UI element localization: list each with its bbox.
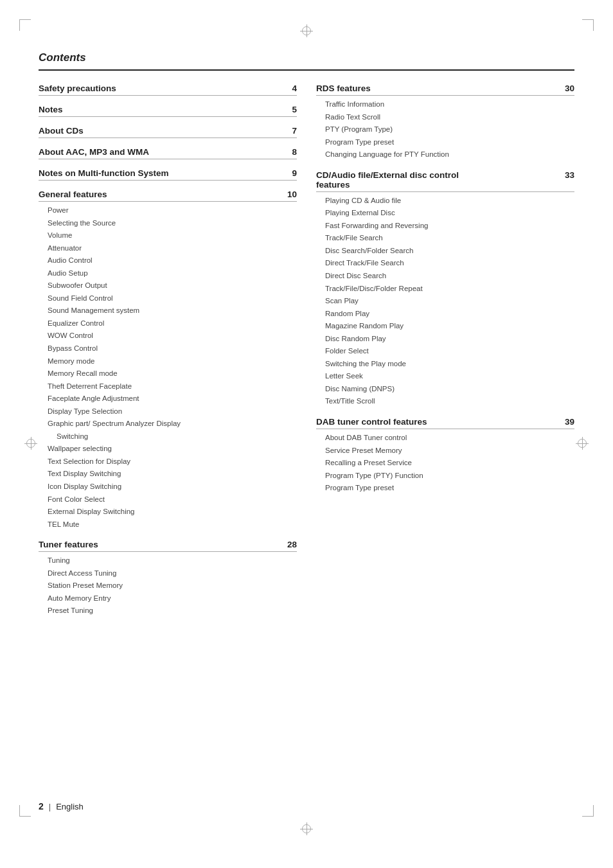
list-item: Disc Naming (DNPS) [325, 383, 574, 396]
list-item: Scan Play [325, 295, 574, 308]
footer-language: English [56, 802, 84, 811]
list-item: Audio Control [48, 254, 297, 267]
list-item: Changing Language for PTY Function [325, 148, 574, 161]
list-item: Icon Display Switching [48, 481, 297, 493]
list-item: Selecting the Source [48, 217, 297, 230]
section-rds: RDS features 30 [316, 84, 574, 93]
section-title-general: General features [39, 190, 107, 199]
list-item: Text/Title Scroll [325, 395, 574, 408]
section-page-rds: 30 [565, 84, 574, 93]
section-title-tuner: Tuner features [39, 540, 98, 549]
list-item: Direct Disc Search [325, 270, 574, 283]
list-item: Track/File Search [325, 232, 574, 245]
list-item: Program Type preset [325, 482, 574, 495]
section-page-dab: 39 [565, 417, 574, 427]
section-page-notes: 5 [292, 105, 297, 114]
list-item: Sound Field Control [48, 292, 297, 305]
section-title-safety: Safety precautions [39, 84, 116, 93]
list-item: Tuning [48, 554, 297, 567]
tuner-features-items: Tuning Direct Access Tuning Station Pres… [39, 554, 297, 617]
list-item: Graphic part/ Spectrum Analyzer Display [48, 418, 297, 430]
footer: 2 | English [39, 801, 84, 811]
list-item: Recalling a Preset Service [325, 457, 574, 470]
list-item: Power [48, 204, 297, 217]
section-page-general: 10 [287, 190, 297, 199]
list-item: Bypass Control [48, 342, 297, 355]
section-cd: CD/Audio file/External disc controlfeatu… [316, 170, 574, 190]
list-item: Subwoofer Output [48, 279, 297, 292]
list-item: Service Preset Memory [325, 445, 574, 457]
footer-separator: | [49, 802, 51, 811]
list-item: Display Type Selection [48, 405, 297, 418]
list-item: Folder Select [325, 345, 574, 358]
list-item: TEL Mute [48, 518, 297, 531]
list-item: Playing CD & Audio file [325, 195, 574, 208]
section-page-cd: 33 [565, 170, 574, 180]
list-item: Disc Search/Folder Search [325, 245, 574, 258]
page-title: Contents [39, 51, 574, 71]
section-title-rds: RDS features [316, 84, 371, 93]
list-item: PTY (Program Type) [325, 123, 574, 136]
general-features-items: Power Selecting the Source Volume Attenu… [39, 204, 297, 531]
section-page-safety: 4 [292, 84, 297, 93]
list-item: External Display Switching [48, 506, 297, 518]
section-title-notes: Notes [39, 105, 63, 114]
list-item: Fast Forwarding and Reversing [325, 220, 574, 233]
section-title-multi: Notes on Multi-function System [39, 168, 169, 178]
section-page-aac: 8 [292, 147, 297, 157]
list-item: Wallpaper selecting [48, 443, 297, 456]
list-item: Text Selection for Display [48, 456, 297, 468]
list-item: Random Play [325, 308, 574, 321]
list-item: Program Type (PTY) Function [325, 470, 574, 483]
list-item: Memory mode [48, 355, 297, 368]
section-title-cds: About CDs [39, 126, 84, 136]
cd-features-items: Playing CD & Audio file Playing External… [316, 195, 574, 408]
list-item: Switching [48, 430, 297, 443]
list-item: Switching the Play mode [325, 358, 574, 371]
right-column: RDS features 30 Traffic Information Radi… [316, 84, 574, 620]
list-item: Traffic Information [325, 98, 574, 111]
list-item: Font Color Select [48, 493, 297, 506]
list-item: Direct Track/File Search [325, 257, 574, 270]
list-item: Track/File/Disc/Folder Repeat [325, 283, 574, 296]
section-cds: About CDs 7 [39, 126, 297, 136]
section-multi: Notes on Multi-function System 9 [39, 168, 297, 178]
page-number: 2 [39, 801, 44, 811]
list-item: Letter Seek [325, 370, 574, 383]
left-column: Safety precautions 4 Notes 5 About CDs 7… [39, 84, 297, 620]
list-item: About DAB Tuner control [325, 432, 574, 445]
list-item: Radio Text Scroll [325, 111, 574, 124]
list-item: Disc Random Play [325, 333, 574, 346]
section-general: General features 10 [39, 190, 297, 199]
section-page-cds: 7 [292, 126, 297, 136]
list-item: Volume [48, 229, 297, 242]
list-item: Program Type preset [325, 136, 574, 149]
list-item: Theft Deterrent Faceplate [48, 380, 297, 393]
section-aac: About AAC, MP3 and WMA 8 [39, 147, 297, 157]
section-notes: Notes 5 [39, 105, 297, 114]
section-safety: Safety precautions 4 [39, 84, 297, 93]
list-item: Sound Management system [48, 305, 297, 317]
list-item: Direct Access Tuning [48, 567, 297, 580]
section-title-cd: CD/Audio file/External disc controlfeatu… [316, 170, 459, 190]
list-item: WOW Control [48, 330, 297, 342]
section-page-tuner: 28 [287, 540, 297, 549]
list-item: Station Preset Memory [48, 580, 297, 592]
list-item: Attenuator [48, 242, 297, 255]
list-item: Audio Setup [48, 267, 297, 280]
list-item: Faceplate Angle Adjustment [48, 393, 297, 405]
list-item: Playing External Disc [325, 207, 574, 220]
section-tuner: Tuner features 28 [39, 540, 297, 549]
list-item: Text Display Switching [48, 468, 297, 481]
list-item: Memory Recall mode [48, 368, 297, 380]
section-title-dab: DAB tuner control features [316, 417, 427, 427]
list-item: Preset Tuning [48, 605, 297, 617]
section-page-multi: 9 [292, 168, 297, 178]
list-item: Magazine Random Play [325, 320, 574, 333]
section-dab: DAB tuner control features 39 [316, 417, 574, 427]
list-item: Auto Memory Entry [48, 592, 297, 605]
dab-features-items: About DAB Tuner control Service Preset M… [316, 432, 574, 495]
list-item: Equalizer Control [48, 317, 297, 330]
section-title-aac: About AAC, MP3 and WMA [39, 147, 149, 157]
rds-features-items: Traffic Information Radio Text Scroll PT… [316, 98, 574, 161]
